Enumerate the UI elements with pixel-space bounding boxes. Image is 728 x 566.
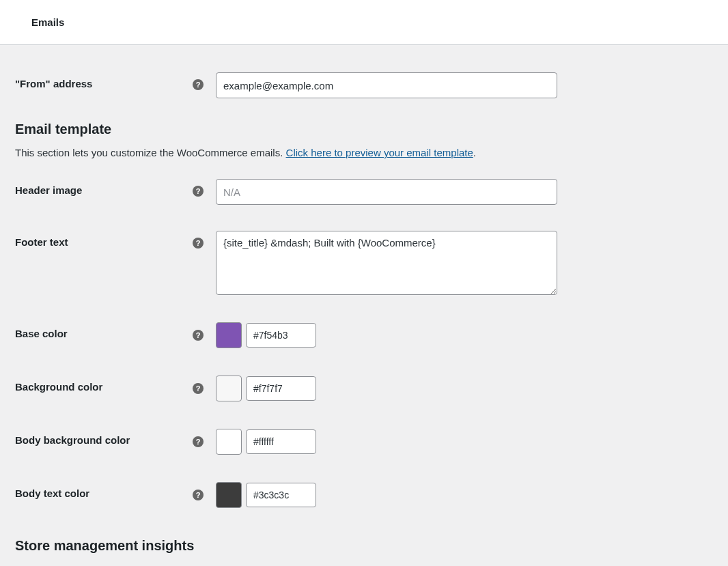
- email-template-heading: Email template: [15, 122, 713, 137]
- help-icon[interactable]: ?: [193, 238, 204, 249]
- footer-text-label: Footer text: [15, 231, 193, 248]
- body-text-color-row: Body text color ?: [15, 482, 713, 508]
- help-icon-wrap: ?: [193, 322, 216, 341]
- help-icon-wrap: ?: [193, 231, 216, 249]
- help-icon-wrap: ?: [193, 376, 216, 394]
- base-color-picker: [216, 322, 316, 348]
- body-background-color-row: Body background color ?: [15, 429, 713, 455]
- help-icon[interactable]: ?: [193, 436, 204, 447]
- help-icon-wrap: ?: [193, 72, 216, 90]
- email-template-desc-suffix: .: [473, 147, 476, 158]
- body-text-color-input[interactable]: [246, 483, 316, 507]
- background-color-swatch[interactable]: [216, 376, 242, 401]
- body-background-color-swatch[interactable]: [216, 429, 242, 455]
- from-address-row: "From" address ?: [15, 72, 713, 98]
- body-background-color-picker: [216, 429, 316, 455]
- background-color-label: Background color: [15, 376, 193, 393]
- help-icon[interactable]: ?: [193, 79, 204, 90]
- background-color-picker: [216, 376, 316, 401]
- help-icon[interactable]: ?: [193, 490, 204, 500]
- header-image-input[interactable]: [216, 179, 557, 205]
- base-color-input[interactable]: [246, 323, 316, 348]
- help-icon-wrap: ?: [193, 429, 216, 447]
- base-color-swatch[interactable]: [216, 322, 242, 348]
- help-icon[interactable]: ?: [193, 186, 204, 197]
- store-insights-heading: Store management insights: [15, 538, 713, 554]
- tab-emails-label: Emails: [31, 16, 64, 28]
- body-text-color-label: Body text color: [15, 482, 193, 499]
- body-background-color-label: Body background color: [15, 429, 193, 446]
- background-color-row: Background color ?: [15, 376, 713, 401]
- header-image-row: Header image ?: [15, 179, 713, 205]
- body-text-color-swatch[interactable]: [216, 482, 242, 508]
- email-template-description: This section lets you customize the WooC…: [15, 147, 713, 158]
- help-icon[interactable]: ?: [193, 330, 204, 341]
- footer-text-row: Footer text ? {site_title} &mdash; Built…: [15, 231, 713, 295]
- preview-template-link[interactable]: Click here to preview your email templat…: [286, 147, 473, 158]
- email-template-desc-prefix: This section lets you customize the WooC…: [15, 147, 286, 158]
- body-background-color-input[interactable]: [246, 429, 316, 454]
- footer-text-input[interactable]: {site_title} &mdash; Built with {WooComm…: [216, 231, 557, 295]
- body-text-color-picker: [216, 482, 316, 508]
- help-icon-wrap: ?: [193, 482, 216, 500]
- background-color-input[interactable]: [246, 376, 316, 401]
- header-image-label: Header image: [15, 179, 193, 196]
- settings-content: "From" address ? Email template This sec…: [0, 45, 728, 566]
- from-address-input[interactable]: [216, 72, 557, 98]
- base-color-label: Base color: [15, 322, 193, 339]
- help-icon[interactable]: ?: [193, 383, 204, 394]
- tab-emails[interactable]: Emails: [0, 0, 728, 45]
- base-color-row: Base color ?: [15, 322, 713, 348]
- from-address-label: "From" address: [15, 72, 193, 89]
- help-icon-wrap: ?: [193, 179, 216, 197]
